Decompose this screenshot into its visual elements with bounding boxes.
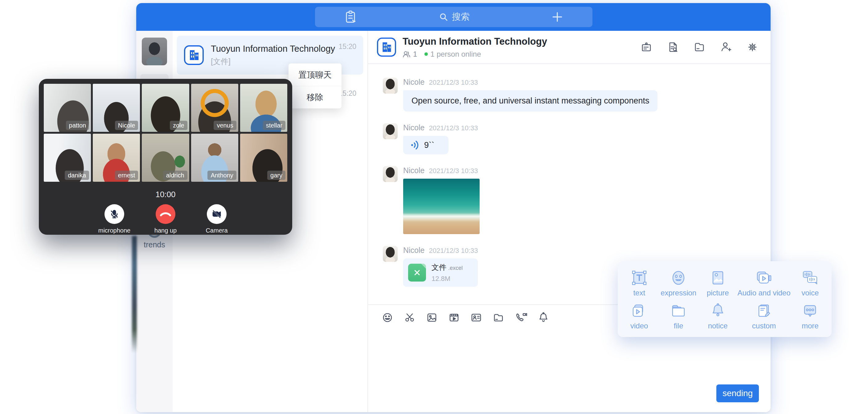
- option-video[interactable]: video: [630, 302, 648, 330]
- camera-muted-button[interactable]: [207, 204, 226, 224]
- sender-avatar[interactable]: [383, 166, 398, 182]
- microphone-control: microphone: [97, 204, 131, 234]
- mic-muted-button[interactable]: [104, 204, 124, 224]
- hang-up-icon: [159, 211, 172, 218]
- message-image: Nicole 2021/12/3 10:33: [383, 166, 758, 234]
- sender-name: Nicole: [403, 77, 425, 87]
- option-label: custom: [752, 322, 776, 330]
- online-dot: [425, 52, 428, 56]
- voice-icon: [801, 269, 819, 286]
- option-custom[interactable]: custom: [752, 302, 776, 330]
- option-more[interactable]: more: [802, 302, 819, 330]
- participant-tile: venus: [191, 84, 238, 132]
- folder-icon[interactable]: [493, 312, 504, 323]
- plus-icon[interactable]: [552, 11, 563, 23]
- participant-name: venus: [214, 121, 236, 130]
- option-label: text: [631, 289, 648, 297]
- page: 搜索 trends: [0, 0, 868, 414]
- video-clip-icon[interactable]: [448, 312, 460, 323]
- chat-status-row: 1 1 person online: [403, 50, 547, 59]
- chat-header: Tuoyun Information Technology 1 1 person…: [368, 31, 771, 64]
- search-placeholder: 搜索: [452, 11, 470, 23]
- group-building-icon: [377, 37, 396, 57]
- sender-avatar[interactable]: [383, 123, 398, 139]
- participant-tile: zole: [142, 84, 189, 132]
- message-input-area[interactable]: sending: [368, 330, 771, 412]
- audio-video-icon: [755, 269, 773, 286]
- menu-item-pin-chat[interactable]: 置顶聊天: [288, 63, 342, 86]
- text-icon: [631, 269, 648, 286]
- members-icon: [403, 51, 410, 58]
- option-picture[interactable]: picture: [707, 269, 729, 297]
- file-icon[interactable]: [693, 41, 705, 53]
- option-text[interactable]: text: [631, 269, 648, 297]
- option-voice[interactable]: voice: [801, 269, 819, 297]
- option-expression[interactable]: expression: [660, 269, 696, 297]
- file-name: 文件: [432, 263, 446, 272]
- call-controls: microphone hang up: [44, 204, 287, 234]
- call-records-icon[interactable]: [345, 10, 357, 24]
- online-status: 1 person online: [430, 50, 481, 59]
- participant-tile: aldrich: [142, 134, 189, 182]
- video-icon: [631, 302, 648, 319]
- conversation-context-menu: 置顶聊天 移除: [288, 63, 342, 108]
- video-call-window[interactable]: patton Nicole zole venus stellar danika …: [39, 79, 292, 235]
- file-extension: .excel: [448, 265, 463, 271]
- conversation-time: 15:20: [338, 42, 356, 51]
- sender-avatar[interactable]: [383, 77, 398, 94]
- member-count: 1: [413, 50, 417, 59]
- message-time: 2021/12/3 10:33: [429, 247, 478, 255]
- option-label: Audio and video: [737, 289, 790, 297]
- hangup-control: hang up: [149, 204, 183, 234]
- option-notice[interactable]: notice: [708, 302, 728, 330]
- contact-card-icon[interactable]: [470, 312, 482, 323]
- emoji-icon[interactable]: [381, 312, 393, 323]
- option-file[interactable]: file: [670, 302, 687, 330]
- current-user-avatar[interactable]: [142, 38, 167, 65]
- search-field[interactable]: 搜索: [439, 11, 470, 23]
- screenshot-scissors-icon[interactable]: [404, 312, 415, 323]
- expression-icon: [670, 269, 687, 286]
- mic-muted-icon: [109, 209, 120, 219]
- participant-name: Nicole: [115, 121, 138, 130]
- participant-tile: ernest: [93, 134, 140, 182]
- voice-bubble[interactable]: 9``: [403, 136, 448, 154]
- picture-icon: [710, 269, 726, 286]
- voice-duration: 9``: [424, 140, 434, 150]
- chat-title: Tuoyun Information Technology: [403, 36, 547, 47]
- hang-up-button[interactable]: [156, 204, 176, 224]
- participant-name: patton: [66, 121, 89, 130]
- settings-gear-icon[interactable]: [747, 41, 758, 53]
- trends-label: trends: [136, 240, 173, 249]
- notification-bell-icon[interactable]: [537, 312, 549, 323]
- sender-name: Nicole: [403, 246, 425, 255]
- announcement-icon[interactable]: [641, 41, 652, 53]
- participant-name: stellar: [263, 121, 285, 130]
- chat-pane: Tuoyun Information Technology 1 1 person…: [367, 31, 771, 412]
- camera-label: Camera: [200, 227, 234, 234]
- file-attachment[interactable]: ✕ 文件.excel 12.8M: [403, 258, 478, 287]
- option-label: more: [802, 322, 819, 330]
- text-bubble[interactable]: Open source, free, and universal instant…: [403, 90, 657, 112]
- option-audio-video[interactable]: Audio and video: [737, 269, 790, 297]
- message-text: Nicole 2021/12/3 10:33 Open source, free…: [383, 77, 758, 112]
- top-bar: 搜索: [136, 3, 771, 31]
- image-attachment-beach[interactable]: [403, 179, 479, 234]
- participant-name: ernest: [115, 171, 138, 180]
- send-button[interactable]: sending: [716, 384, 759, 402]
- option-label: video: [630, 322, 648, 330]
- sender-name: Nicole: [403, 123, 425, 132]
- search-bar[interactable]: 搜索: [315, 7, 592, 27]
- image-icon[interactable]: [426, 312, 438, 323]
- option-label: file: [670, 322, 687, 330]
- option-label: notice: [708, 322, 728, 330]
- hangup-label: hang up: [149, 227, 183, 234]
- background-artifact: [132, 236, 137, 353]
- message-time: 2021/12/3 10:33: [429, 124, 478, 132]
- sender-avatar[interactable]: [383, 246, 398, 262]
- message-time: 2021/12/3 10:33: [429, 167, 478, 175]
- av-call-icon[interactable]: [515, 312, 527, 323]
- add-member-icon[interactable]: [720, 41, 732, 53]
- menu-item-remove[interactable]: 移除: [288, 86, 342, 108]
- chat-record-search-icon[interactable]: [667, 41, 679, 53]
